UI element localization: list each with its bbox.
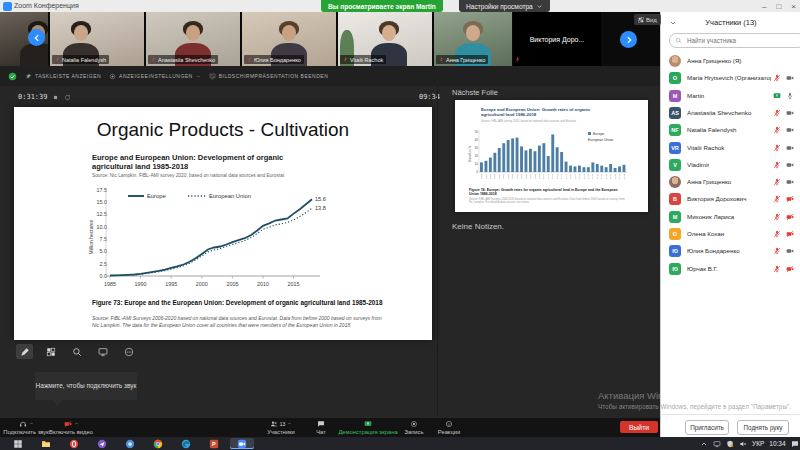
participant-row[interactable]: VRVitalii Rachok: [661, 140, 800, 156]
participant-row[interactable]: Анна Грищенко (Я): [661, 53, 800, 69]
mic-off-icon: [773, 161, 781, 169]
participants-count-badge: 13: [280, 421, 286, 427]
svg-text:40: 40: [474, 138, 478, 142]
participants-panel: Участники (13) Анна Грищенко (Я)OMaria H…: [660, 12, 800, 437]
dots-tool-button[interactable]: [120, 344, 137, 359]
participant-name: Виктория Дорохович: [687, 195, 771, 202]
participant-row[interactable]: ASAnastasiia Shevchenko: [661, 105, 800, 121]
mic-off-icon: [773, 109, 781, 117]
participant-avatar: Ю: [669, 263, 681, 275]
shield-icon[interactable]: [726, 440, 734, 448]
mic-icon: [786, 92, 794, 100]
svg-text:50: 50: [474, 130, 478, 134]
mic-muted-icon: [515, 57, 520, 62]
taskbar-zoom[interactable]: [230, 438, 254, 449]
svg-text:15.6: 15.6: [315, 196, 326, 202]
video-button[interactable]: Включить видео: [37, 419, 105, 437]
video-tile[interactable]: Anastasiia Shevchenko: [146, 12, 240, 66]
video-tile[interactable]: Vitalii Rachok: [338, 12, 432, 66]
participant-row[interactable]: Анна Грищенко: [661, 174, 800, 190]
svg-text:2004: 2004: [560, 173, 562, 179]
timer-restart-icon[interactable]: [64, 94, 71, 101]
smile-icon: [445, 420, 453, 428]
notification-center-icon[interactable]: [791, 440, 799, 448]
participant-row[interactable]: OMaria Hrytsevich (Организатор): [661, 70, 800, 86]
presenter-menu-bildschirmpräsentation[interactable]: BILDSCHIRMPRÄSENTATION BEENDEN: [209, 73, 329, 80]
monitor-tool-button[interactable]: [94, 344, 111, 359]
video-tile[interactable]: Юлия Бондаренко: [242, 12, 336, 66]
svg-text:2001: 2001: [547, 173, 549, 179]
video-tile[interactable]: Виктория Доро...: [513, 12, 601, 66]
participant-name: Natalia Falendysh: [62, 57, 106, 63]
video-strip: Natalia FalendyshAnastasiia ShevchenkoЮл…: [0, 12, 660, 66]
participant-name: Юлия Бондаренко: [687, 247, 771, 254]
invite-button[interactable]: Пригласить: [685, 420, 729, 435]
leave-meeting-button[interactable]: Выйти: [620, 421, 658, 433]
end-show-icon: [209, 73, 216, 80]
svg-text:30: 30: [474, 146, 478, 150]
participant-row[interactable]: ВВиктория Дорохович: [661, 191, 800, 207]
svg-text:2012: 2012: [596, 173, 598, 179]
previous-videos-button[interactable]: [28, 29, 45, 46]
minimize-button[interactable]: –: [762, 2, 766, 11]
view-mode-button[interactable]: Вид: [634, 14, 661, 25]
presenter-menu-anzeigeeinstellungen[interactable]: ANZEIGEEINSTELLUNGEN: [109, 73, 201, 80]
grid-tool-button[interactable]: [42, 344, 59, 359]
search-input[interactable]: [685, 36, 789, 45]
timer-stop-icon[interactable]: [52, 94, 59, 101]
raise-hand-button[interactable]: Поднять руку: [737, 420, 789, 435]
presenter-menu-taskleiste[interactable]: TASKLEISTE ANZEIGEN: [25, 73, 101, 80]
current-slide: Organic Products - Cultivation Europe an…: [14, 107, 432, 340]
taskbar-edge[interactable]: [174, 438, 198, 449]
svg-text:15.0: 15.0: [97, 199, 108, 205]
participant-search[interactable]: [669, 33, 800, 48]
participant-avatar: M: [669, 90, 681, 102]
taskbar-opera[interactable]: [62, 438, 86, 449]
svg-text:Europe: Europe: [147, 193, 166, 199]
taskbar-powerpoint[interactable]: P: [202, 438, 226, 449]
participant-row[interactable]: MMartin: [661, 88, 800, 104]
next-slide-preview[interactable]: Europe and European Union: Growth rates …: [455, 100, 648, 212]
svg-text:1999: 1999: [538, 173, 540, 179]
mic-off-icon: [773, 195, 781, 203]
taskbar-telegram[interactable]: [90, 438, 114, 449]
pen-tool-button[interactable]: [16, 344, 33, 359]
video-tile[interactable]: Natalia Falendysh: [50, 12, 144, 66]
video-tile-label: Анна Грищенко: [436, 55, 488, 64]
windows-activation-watermark: Активация Windows: [598, 390, 686, 401]
participant-row[interactable]: NFNatalia Falendysh: [661, 122, 800, 138]
participant-row[interactable]: ЮЮлия Бондаренко: [661, 243, 800, 259]
participant-row[interactable]: ООлена Кохан: [661, 226, 800, 242]
taskbar-windows-start[interactable]: [6, 438, 30, 449]
reactions-button[interactable]: Реакции: [415, 419, 483, 437]
participant-row[interactable]: VVladimir: [661, 157, 800, 173]
lens-tool-button[interactable]: [68, 344, 85, 359]
taskbar-clock[interactable]: 10:34: [769, 440, 785, 447]
participant-avatar: AS: [669, 107, 681, 119]
language-indicator[interactable]: УКР: [752, 440, 764, 447]
video-tile[interactable]: Анна Грищенко: [434, 12, 512, 66]
svg-text:P: P: [212, 441, 216, 447]
svg-text:1986: 1986: [480, 173, 482, 179]
svg-text:1989: 1989: [493, 173, 495, 179]
chevron-up-icon[interactable]: [700, 440, 708, 448]
menu-label: BILDSCHIRMPRÄSENTATION BEENDEN: [219, 73, 329, 79]
speaker-muted-icon[interactable]: [739, 440, 747, 448]
taskbar-file-explorer[interactable]: [34, 438, 58, 449]
next-videos-button[interactable]: [620, 31, 637, 48]
join-audio-tooltip[interactable]: Нажмите, чтобы подключить звук: [35, 372, 137, 400]
close-button[interactable]: ×: [791, 2, 796, 11]
participant-row[interactable]: ЮЮрчак В.Г.: [661, 261, 800, 277]
window-controls: – □ ×: [762, 0, 796, 12]
taskbar-chrome[interactable]: [146, 438, 170, 449]
tray-monitor-icon[interactable]: [713, 440, 721, 448]
taskbar-browser[interactable]: [118, 438, 142, 449]
svg-text:13.8: 13.8: [315, 205, 326, 211]
cam-off-icon: [786, 195, 794, 203]
bar-chart-figure-74: 01020304050Growth in %198619871988198919…: [467, 124, 635, 186]
chevron-up-icon: [29, 421, 34, 426]
view-settings-button[interactable]: Настройки просмотра: [459, 0, 550, 12]
svg-text:European Union: European Union: [588, 138, 613, 142]
maximize-button[interactable]: □: [776, 2, 781, 11]
participant-row[interactable]: ММихоник Лариса: [661, 209, 800, 225]
